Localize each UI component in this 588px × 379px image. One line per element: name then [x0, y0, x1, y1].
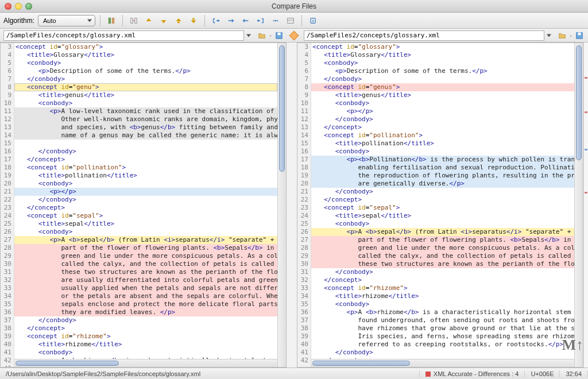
window-titlebar: Compare Files: [0, 0, 588, 13]
right-gutter: 3456789101112131415161718192021222324252…: [297, 43, 311, 367]
diff-run-button[interactable]: [105, 15, 118, 26]
right-path-input[interactable]: [304, 30, 544, 41]
path-bar: • •: [0, 29, 588, 42]
status-position: 32:64: [560, 370, 588, 377]
toolbar: Algorithm: Auto H: [0, 13, 588, 29]
window-title: Compare Files: [272, 2, 316, 10]
right-save-button[interactable]: [574, 30, 585, 41]
svg-text:H: H: [312, 18, 315, 22]
left-code[interactable]: <concept id="glossary"> <title>Glossary<…: [14, 43, 277, 367]
left-path-input[interactable]: [3, 30, 244, 41]
left-gutter: 3456789101112131415161718192021222324252…: [1, 43, 14, 367]
copy-all-right-button[interactable]: [210, 15, 222, 26]
minimize-window-button[interactable]: [15, 3, 22, 10]
next-change-button[interactable]: [187, 15, 200, 26]
algorithm-select[interactable]: Auto: [38, 15, 95, 26]
diff-connector: [287, 42, 297, 368]
right-hscrollbar[interactable]: [311, 359, 574, 367]
left-editor-pane[interactable]: 3456789101112131415161718192021222324252…: [0, 42, 287, 368]
svg-rect-2: [131, 18, 133, 23]
swap-sides-button[interactable]: [289, 30, 299, 40]
svg-rect-0: [109, 17, 111, 24]
sync-scroll-button[interactable]: [127, 15, 140, 26]
left-save-button[interactable]: [274, 30, 284, 41]
next-diff-button[interactable]: [157, 15, 170, 26]
help-button[interactable]: H: [307, 15, 319, 26]
svg-rect-1: [112, 17, 114, 24]
status-diff: XML Accurate - Differences : 4: [420, 370, 525, 377]
overview-ruler[interactable]: [583, 42, 588, 368]
status-unicode: U+006E: [525, 370, 560, 377]
right-open-button[interactable]: [557, 30, 567, 41]
svg-point-6: [275, 20, 277, 21]
copy-right-button[interactable]: [225, 15, 237, 26]
svg-rect-4: [177, 21, 180, 23]
algorithm-label: Algorithm:: [3, 17, 34, 25]
copy-left-button[interactable]: [239, 15, 252, 26]
prev-change-button[interactable]: [172, 15, 185, 26]
left-hscrollbar[interactable]: [14, 359, 277, 367]
right-editor-pane[interactable]: 3456789101112131415161718192021222324252…: [297, 42, 583, 368]
left-open-button[interactable]: [257, 30, 267, 41]
zoom-window-button[interactable]: [25, 3, 32, 10]
ignore-ws-button[interactable]: [269, 15, 282, 26]
watermark-icon: M↑: [562, 337, 583, 354]
left-vscrollbar[interactable]: [277, 43, 286, 367]
view-mode-button[interactable]: [284, 15, 297, 26]
svg-rect-3: [135, 18, 137, 23]
close-window-button[interactable]: [5, 3, 11, 10]
status-path: /Users/alin/Desktop/SampleFiles2/SampleF…: [0, 370, 420, 377]
right-path-history-button[interactable]: [547, 31, 555, 40]
svg-rect-5: [192, 18, 195, 20]
left-path-history-button[interactable]: [246, 31, 254, 40]
right-vscrollbar[interactable]: [574, 43, 583, 367]
svg-rect-13: [578, 32, 581, 34]
svg-rect-11: [277, 32, 280, 34]
right-code[interactable]: <concept id="glossary"> <title>Glossary<…: [311, 43, 574, 367]
status-bar: /Users/alin/Desktop/SampleFiles2/SampleF…: [0, 368, 588, 379]
copy-all-left-button[interactable]: [254, 15, 267, 26]
prev-diff-button[interactable]: [142, 15, 155, 26]
svg-rect-7: [288, 18, 294, 23]
